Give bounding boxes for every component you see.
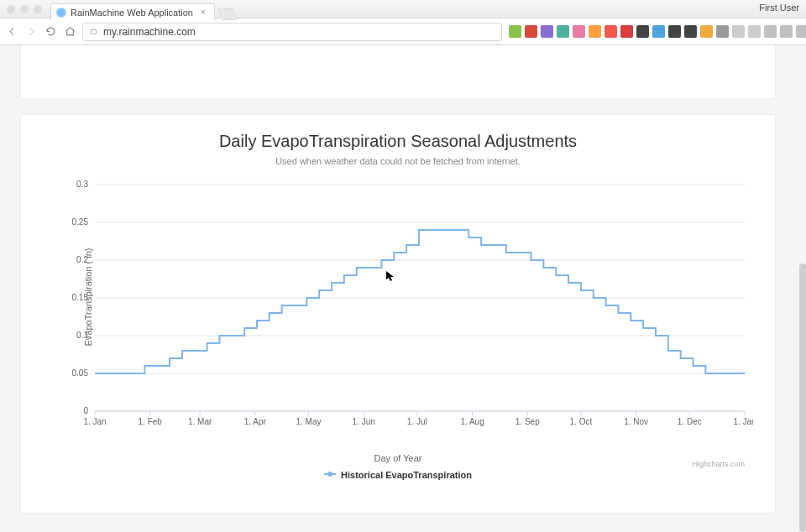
url-text: my.rainmachine.com bbox=[103, 26, 196, 38]
nav-icons bbox=[7, 26, 76, 37]
svg-point-1 bbox=[327, 472, 332, 477]
extension-icon[interactable] bbox=[636, 25, 649, 38]
home-icon[interactable] bbox=[65, 26, 76, 37]
forward-icon[interactable] bbox=[26, 26, 37, 37]
page-scrollbar[interactable] bbox=[799, 263, 806, 532]
x-tick-label: 1. Jul bbox=[407, 417, 427, 426]
x-tick-label: 1. Apr bbox=[244, 417, 267, 426]
tab-favicon bbox=[56, 8, 66, 18]
extension-icon[interactable] bbox=[780, 25, 793, 38]
extension-icon[interactable] bbox=[748, 25, 761, 38]
reload-icon[interactable] bbox=[45, 26, 56, 37]
cursor-icon bbox=[386, 271, 395, 281]
extension-icon[interactable] bbox=[684, 25, 697, 38]
series-line[interactable] bbox=[95, 230, 745, 373]
extension-icon[interactable] bbox=[541, 25, 553, 38]
tab-title: RainMachine Web Application bbox=[71, 8, 193, 18]
legend[interactable]: Historical EvapoTranspiration bbox=[324, 470, 472, 480]
extension-icon[interactable] bbox=[573, 25, 585, 38]
x-tick-label: 1. Sep bbox=[516, 417, 540, 426]
extension-icons bbox=[509, 25, 806, 38]
browser-tab-active[interactable]: RainMachine Web Application × bbox=[50, 3, 215, 20]
traffic-lights bbox=[7, 5, 42, 13]
window-titlebar: RainMachine Web Application × First User bbox=[0, 0, 806, 18]
extension-icon[interactable] bbox=[620, 25, 633, 38]
browser-toolbar: my.rainmachine.com bbox=[0, 18, 806, 45]
x-tick-label: 1. Feb bbox=[139, 417, 163, 426]
extension-icon[interactable] bbox=[732, 25, 745, 38]
back-icon[interactable] bbox=[7, 26, 18, 37]
x-tick-label: 1. Dec bbox=[678, 417, 702, 426]
extension-icon[interactable] bbox=[525, 25, 537, 38]
extension-icon[interactable] bbox=[668, 25, 681, 38]
extension-icon[interactable] bbox=[716, 25, 729, 38]
prev-card-fragment bbox=[20, 45, 776, 99]
maximize-window-button[interactable] bbox=[34, 5, 42, 13]
chart-title: Daily EvapoTranspiration Seasonal Adjust… bbox=[44, 132, 751, 151]
extension-icon[interactable] bbox=[700, 25, 713, 38]
minimize-window-button[interactable] bbox=[20, 5, 29, 13]
y-tick-label: 0.2 bbox=[76, 255, 88, 264]
x-tick-label: 1. May bbox=[296, 417, 321, 426]
y-tick-label: 0.15 bbox=[72, 293, 89, 302]
extension-icon[interactable] bbox=[509, 25, 521, 38]
new-tab-button[interactable] bbox=[217, 8, 237, 20]
x-tick-label: 1. Jun bbox=[353, 417, 375, 426]
y-tick-label: 0.1 bbox=[76, 331, 88, 340]
extension-icon[interactable] bbox=[652, 25, 665, 38]
page-viewport: Daily EvapoTranspiration Seasonal Adjust… bbox=[0, 45, 806, 532]
extension-icon[interactable] bbox=[604, 25, 617, 38]
y-tick-label: 0.05 bbox=[72, 368, 89, 378]
chart-card: Daily EvapoTranspiration Seasonal Adjust… bbox=[20, 114, 776, 514]
site-info-icon[interactable] bbox=[90, 28, 98, 36]
x-tick-label: 1. Jan bbox=[733, 417, 753, 426]
extension-icon[interactable] bbox=[589, 25, 601, 38]
chart-area[interactable]: EvapoTranspiration ( in) Day of Year His… bbox=[44, 175, 751, 468]
tab-close-icon[interactable]: × bbox=[201, 9, 207, 16]
url-bar[interactable]: my.rainmachine.com bbox=[82, 23, 502, 41]
x-tick-label: 1. Aug bbox=[460, 417, 484, 426]
y-tick-label: 0.25 bbox=[72, 217, 89, 227]
x-tick-label: 1. Mar bbox=[188, 417, 212, 426]
chart-subtitle: Used when weather data could not be fetc… bbox=[44, 156, 751, 166]
close-window-button[interactable] bbox=[7, 5, 15, 13]
legend-label: Historical EvapoTranspiration bbox=[341, 470, 472, 480]
tab-strip: RainMachine Web Application × bbox=[50, 2, 235, 20]
profile-label[interactable]: First User bbox=[759, 3, 799, 13]
y-tick-label: 0.3 bbox=[76, 180, 88, 189]
extension-icon[interactable] bbox=[557, 25, 569, 38]
extension-icon[interactable] bbox=[796, 25, 806, 38]
y-tick-label: 0 bbox=[83, 406, 88, 415]
x-tick-label: 1. Oct bbox=[570, 417, 593, 426]
chart-plot[interactable]: 00.050.10.150.20.250.31. Jan1. Feb1. Mar… bbox=[44, 175, 753, 468]
x-tick-label: 1. Nov bbox=[624, 417, 648, 426]
extension-icon[interactable] bbox=[764, 25, 777, 38]
x-tick-label: 1. Jan bbox=[83, 417, 106, 426]
